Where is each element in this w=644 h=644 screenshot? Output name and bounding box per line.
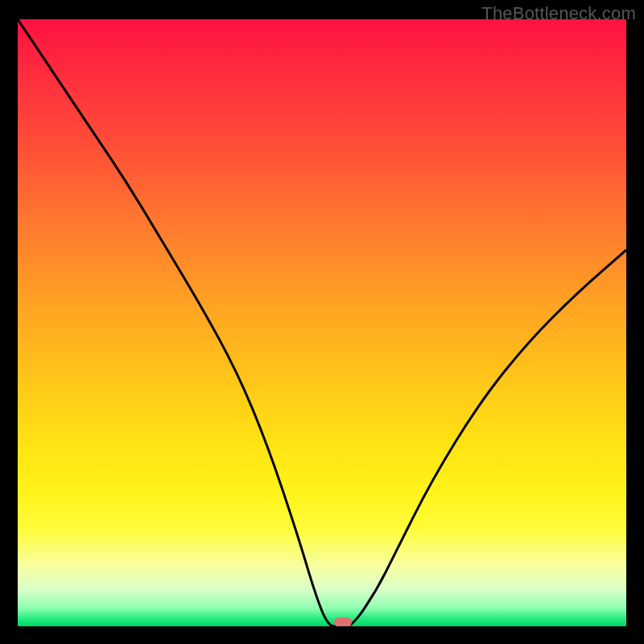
chart-stage: TheBottleneck.com <box>0 0 644 644</box>
optimal-point-marker <box>334 617 352 626</box>
watermark-text: TheBottleneck.com <box>481 3 636 24</box>
bottleneck-curve <box>18 19 626 626</box>
plot-area <box>18 19 626 626</box>
bottleneck-curve-path <box>18 19 626 626</box>
